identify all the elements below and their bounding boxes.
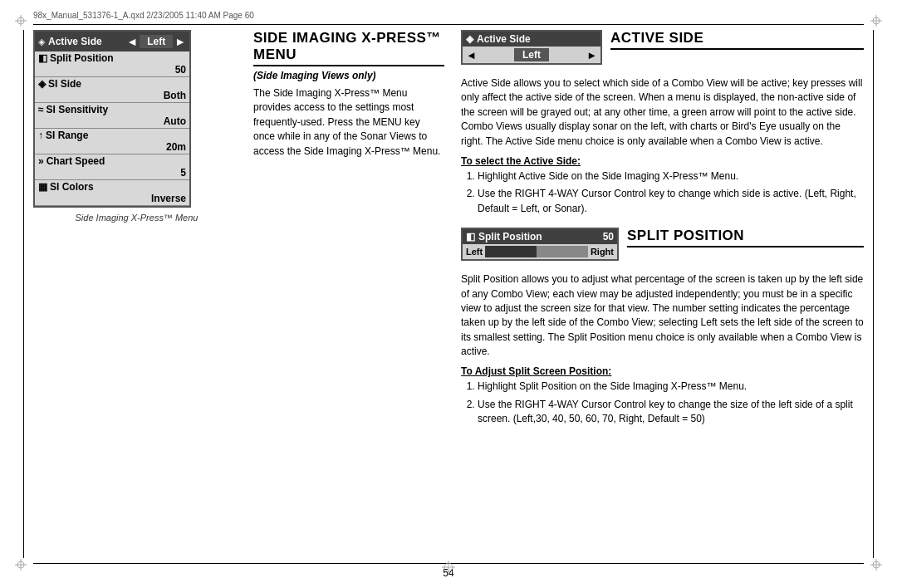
menu-header-row: ◈ Active Side ◄ Left ► bbox=[35, 32, 189, 51]
si-side-label-line: ◈ SI Side bbox=[38, 78, 186, 90]
split-position-label-line: ◧ Split Position bbox=[38, 52, 186, 64]
side-imaging-subtitle: (Side Imaging Views only) bbox=[253, 70, 444, 81]
split-position-title: SPLIT POSITION bbox=[627, 228, 864, 247]
middle-column: SIDE IMAGING X-PRESS™ MENU (Side Imaging… bbox=[253, 30, 461, 558]
split-position-body: Split Position allows you to adjust what… bbox=[461, 272, 864, 359]
corner-mark-tr bbox=[870, 15, 882, 29]
split-pos-widget: ◧ Split Position 50 Left Right bbox=[461, 228, 619, 261]
corner-mark-bl bbox=[15, 559, 27, 573]
active-side-step-2: Use the RIGHT 4-WAY Cursor Control key t… bbox=[478, 187, 864, 216]
header-text: 98x_Manual_531376-1_A.qxd 2/23/2005 11:4… bbox=[33, 11, 254, 20]
si-side-label: SI Side bbox=[48, 78, 81, 90]
split-pos-widget-value: 50 bbox=[603, 231, 614, 243]
active-side-widget-title: Active Side bbox=[477, 33, 531, 45]
chart-speed-label: Chart Speed bbox=[47, 155, 105, 167]
chart-speed-icon: » bbox=[38, 155, 44, 167]
menu-widget: ◈ Active Side ◄ Left ► ◧ Split Position … bbox=[33, 30, 191, 208]
split-position-step-1: Highlight Split Position on the Side Ima… bbox=[478, 380, 864, 394]
side-imaging-body: The Side Imaging X-Press™ Menu provides … bbox=[253, 86, 444, 159]
corner-mark-br bbox=[870, 559, 882, 573]
active-side-arrow-left[interactable]: ◄ bbox=[466, 49, 477, 61]
split-pos-widget-title: Split Position bbox=[478, 231, 542, 243]
border-left bbox=[23, 30, 24, 558]
split-position-value: 50 bbox=[38, 64, 186, 76]
split-pos-left-label: Left bbox=[466, 247, 483, 257]
active-side-to-select-heading: To select the Active Side: bbox=[461, 155, 864, 167]
si-sensitivity-label-line: ≈ SI Sensitivity bbox=[38, 104, 186, 115]
si-sensitivity-value: Auto bbox=[38, 115, 186, 127]
split-pos-widget-icon: ◧ bbox=[466, 231, 475, 243]
split-position-icon: ◧ bbox=[38, 52, 47, 64]
si-range-label-line: ↑ SI Range bbox=[38, 130, 186, 141]
si-colors-icon: ▦ bbox=[38, 181, 47, 193]
menu-item-chart-speed[interactable]: » Chart Speed 5 bbox=[35, 154, 189, 180]
left-column: ◈ Active Side ◄ Left ► ◧ Split Position … bbox=[33, 30, 253, 558]
split-pos-bar-fill bbox=[485, 246, 537, 257]
si-colors-value: Inverse bbox=[38, 193, 186, 204]
side-imaging-title: SIDE IMAGING X-PRESS™ MENU bbox=[253, 30, 444, 66]
split-pos-right-label: Right bbox=[591, 247, 614, 257]
active-side-steps: Highlight Active Side on the Side Imagin… bbox=[461, 169, 864, 216]
page-header: 98x_Manual_531376-1_A.qxd 2/23/2005 11:4… bbox=[33, 7, 864, 25]
menu-header-title: Active Side bbox=[48, 36, 126, 47]
si-colors-label: SI Colors bbox=[50, 181, 94, 193]
active-side-step-1: Highlight Active Side on the Side Imagin… bbox=[478, 169, 864, 184]
menu-header-value: Left bbox=[140, 35, 173, 48]
active-side-widget: ◈ Active Side ◄ Left ► bbox=[461, 30, 602, 65]
active-side-arrow-right[interactable]: ► bbox=[586, 49, 597, 61]
si-side-value: Both bbox=[38, 90, 186, 101]
si-sensitivity-icon: ≈ bbox=[38, 104, 44, 115]
split-position-label: Split Position bbox=[50, 52, 114, 64]
menu-item-split-position[interactable]: ◧ Split Position 50 bbox=[35, 51, 189, 77]
active-side-section: ◈ Active Side ◄ Left ► ACTIVE SIDE Activ… bbox=[461, 30, 864, 216]
chart-speed-value: 5 bbox=[38, 167, 186, 179]
si-range-label: SI Range bbox=[46, 130, 88, 141]
border-right bbox=[873, 30, 874, 558]
active-side-selected-value: Left bbox=[514, 48, 549, 61]
menu-header-icon: ◈ bbox=[38, 37, 45, 47]
chart-speed-label-line: » Chart Speed bbox=[38, 155, 186, 167]
corner-mark-tl bbox=[15, 15, 27, 29]
active-side-title: ACTIVE SIDE bbox=[610, 30, 864, 50]
right-column: ◈ Active Side ◄ Left ► ACTIVE SIDE Activ… bbox=[461, 30, 864, 558]
menu-caption: Side Imaging X-Press™ Menu bbox=[33, 213, 240, 223]
active-side-widget-value-row: ◄ Left ► bbox=[463, 47, 600, 63]
split-pos-bar-row: Left Right bbox=[463, 244, 617, 259]
menu-item-si-colors[interactable]: ▦ SI Colors Inverse bbox=[35, 180, 189, 206]
split-position-to-adjust-heading: To Adjust Split Screen Position: bbox=[461, 365, 864, 377]
si-range-value: 20m bbox=[38, 141, 186, 153]
split-position-section: ◧ Split Position 50 Left Right bbox=[461, 228, 864, 427]
arrow-left-icon[interactable]: ◄ bbox=[126, 35, 138, 48]
split-position-steps: Highlight Split Position on the Side Ima… bbox=[461, 380, 864, 426]
si-side-icon: ◈ bbox=[38, 78, 46, 90]
menu-item-si-sensitivity[interactable]: ≈ SI Sensitivity Auto bbox=[35, 103, 189, 129]
page-content: ◈ Active Side ◄ Left ► ◧ Split Position … bbox=[33, 30, 864, 558]
split-position-step-2: Use the RIGHT 4-WAY Cursor Control key t… bbox=[478, 398, 864, 427]
menu-item-si-side[interactable]: ◈ SI Side Both bbox=[35, 77, 189, 103]
active-side-body: Active Side allows you to select which s… bbox=[461, 76, 864, 149]
si-sensitivity-label: SI Sensitivity bbox=[47, 104, 109, 115]
si-range-icon: ↑ bbox=[38, 130, 43, 141]
bottom-crosshair bbox=[442, 561, 455, 576]
split-pos-widget-header: ◧ Split Position 50 bbox=[463, 229, 617, 244]
menu-header-arrows: ◄ Left ► bbox=[126, 35, 186, 48]
menu-item-si-range[interactable]: ↑ SI Range 20m bbox=[35, 129, 189, 154]
active-side-widget-header: ◈ Active Side bbox=[463, 32, 600, 47]
active-side-widget-icon: ◈ bbox=[466, 33, 473, 45]
arrow-right-icon[interactable]: ► bbox=[174, 35, 186, 48]
split-pos-bar bbox=[485, 246, 588, 257]
si-colors-label-line: ▦ SI Colors bbox=[38, 181, 186, 193]
